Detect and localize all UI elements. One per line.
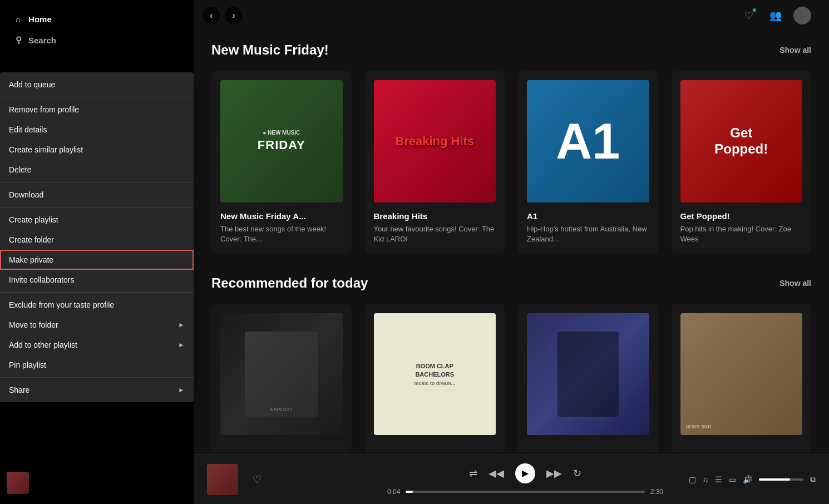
context-menu-invite-collaborators[interactable]: Invite collaborators	[0, 270, 194, 290]
next-icon: ▶▶	[546, 467, 562, 480]
playbar-center: ⇌ ◀◀ ▶ ▶▶ ↻ 0:04	[387, 463, 663, 496]
sidebar-library-thumb	[7, 472, 29, 494]
card-a1[interactable]: A1 A1 Hip-Hop's hottest from Australia, …	[518, 71, 658, 253]
section1-show-all[interactable]: Show all	[779, 46, 811, 55]
section2-title: Recommended for today	[211, 275, 368, 291]
card-get-popped-title: Get Popped!	[680, 211, 803, 221]
top-bar-right: ♡ 👥	[740, 7, 811, 24]
sidebar-item-search[interactable]: ⚲ Search	[9, 29, 185, 51]
back-button[interactable]: ‹	[203, 7, 220, 24]
card-rec-2[interactable]: BOOM CLAPBACHELORS music to dream...	[365, 304, 505, 453]
cards-row-2: EXPLICIT BOOM CLAPBACHELORS music to dre…	[211, 304, 811, 453]
card-breaking-hits-image: Breaking Hits	[374, 80, 496, 202]
delete-label: Delete	[9, 165, 31, 174]
card-rec-4[interactable]: orion sun	[672, 304, 812, 453]
avatar[interactable]	[793, 7, 811, 24]
context-menu-remove-from-profile[interactable]: Remove from profile	[0, 100, 194, 120]
card-nmf-desc: The best new songs of the week! Cover: T…	[220, 224, 343, 244]
next-button[interactable]: ▶▶	[546, 467, 562, 480]
sidebar-home-label: Home	[28, 14, 52, 24]
search-icon: ⚲	[16, 35, 22, 45]
play-pause-button[interactable]: ▶	[515, 463, 535, 483]
card-rec-3[interactable]	[518, 304, 658, 453]
section2-show-all[interactable]: Show all	[779, 279, 811, 288]
edit-details-label: Edit details	[9, 125, 47, 134]
now-playing-view-button[interactable]: ▢	[689, 475, 696, 484]
shuffle-button[interactable]: ⇌	[469, 467, 477, 480]
progress-bar-container: 0:04 2:30	[387, 488, 663, 496]
context-menu-delete[interactable]: Delete	[0, 160, 194, 180]
play-icon: ▶	[522, 468, 529, 478]
like-button[interactable]: ♡	[248, 471, 266, 488]
context-menu-create-folder[interactable]: Create folder	[0, 230, 194, 250]
forward-button[interactable]: ›	[225, 7, 243, 24]
notification-dot	[752, 8, 757, 12]
divider-1	[0, 97, 194, 97]
card-get-popped-desc: Pop hits in the making! Cover: Zoe Wees	[680, 224, 803, 244]
make-private-label: Make private	[9, 255, 53, 264]
divider-3	[0, 207, 194, 207]
move-to-folder-label: Move to folder	[9, 320, 58, 329]
top-bar: ‹ › ♡ 👥	[194, 0, 829, 31]
pin-playlist-label: Pin playlist	[9, 360, 46, 369]
friends-icon: 👥	[769, 9, 782, 22]
sidebar-library-item[interactable]	[0, 467, 194, 498]
time-current: 0:04	[387, 488, 400, 496]
sidebar-item-home[interactable]: ⌂ Home	[9, 9, 185, 29]
volume-bar[interactable]	[759, 478, 803, 481]
context-menu-share[interactable]: Share ►	[0, 380, 194, 400]
fullscreen-button[interactable]: ⧉	[810, 475, 816, 484]
card-rec-4-image: orion sun	[680, 313, 803, 436]
card-breaking-hits[interactable]: Breaking Hits Breaking Hits Your new fav…	[365, 71, 505, 253]
context-menu-download[interactable]: Download	[0, 185, 194, 205]
card-breaking-hits-title: Breaking Hits	[374, 211, 496, 221]
card-a1-title: A1	[527, 211, 649, 221]
section2-header: Recommended for today Show all	[211, 275, 811, 291]
notifications-button[interactable]: ♡	[740, 7, 758, 24]
divider-4	[0, 292, 194, 293]
volume-button[interactable]: 🔊	[743, 475, 752, 484]
context-menu: Add to queue Remove from profile Edit de…	[0, 72, 194, 402]
context-menu-create-similar-playlist[interactable]: Create similar playlist	[0, 140, 194, 160]
playbar-controls: ⇌ ◀◀ ▶ ▶▶ ↻	[469, 463, 581, 483]
card-a1-desc: Hip-Hop's hottest from Australia, New Ze…	[527, 224, 649, 244]
context-menu-move-to-folder[interactable]: Move to folder ►	[0, 315, 194, 335]
section1-header: New Music Friday! Show all	[211, 42, 811, 58]
time-total: 2:30	[650, 488, 663, 496]
context-menu-pin-playlist[interactable]: Pin playlist	[0, 355, 194, 375]
card-a1-image: A1	[527, 80, 649, 202]
lyrics-button[interactable]: ♫	[703, 475, 709, 484]
context-menu-make-private[interactable]: Make private	[0, 250, 194, 270]
card-rec-3-image	[527, 313, 649, 436]
exclude-taste-profile-label: Exclude from your taste profile	[9, 300, 114, 309]
context-menu-create-playlist[interactable]: Create playlist	[0, 210, 194, 230]
repeat-button[interactable]: ↻	[573, 467, 581, 480]
create-playlist-label: Create playlist	[9, 215, 58, 224]
card-nmf[interactable]: ● NEW MUSIC FRIDAY New Music Friday A...…	[211, 71, 352, 253]
card-rec-2-image: BOOM CLAPBACHELORS music to dream...	[374, 313, 496, 436]
playbar-right: ▢ ♫ ☰ ▭ 🔊 ⧉	[677, 475, 816, 484]
context-menu-edit-details[interactable]: Edit details	[0, 120, 194, 140]
add-to-queue-label: Add to queue	[9, 80, 55, 89]
card-get-popped[interactable]: GetPopped! Get Popped! Pop hits in the m…	[672, 71, 812, 253]
share-label: Share	[9, 386, 29, 394]
create-similar-playlist-label: Create similar playlist	[9, 145, 83, 154]
connect-button[interactable]: ▭	[729, 475, 736, 484]
card-rec-1-image: EXPLICIT	[220, 313, 343, 436]
section1-title: New Music Friday!	[211, 42, 329, 58]
bell-icon: ♡	[744, 9, 753, 22]
card-rec-1[interactable]: EXPLICIT	[211, 304, 352, 453]
create-folder-label: Create folder	[9, 235, 54, 244]
friends-button[interactable]: 👥	[767, 7, 784, 24]
context-menu-add-to-other-playlist[interactable]: Add to other playlist ►	[0, 335, 194, 355]
shuffle-icon: ⇌	[469, 467, 477, 480]
card-nmf-image: ● NEW MUSIC FRIDAY	[220, 80, 343, 202]
progress-bar[interactable]	[406, 491, 644, 493]
context-menu-exclude-taste-profile[interactable]: Exclude from your taste profile	[0, 295, 194, 315]
volume-fill	[759, 478, 790, 481]
previous-icon: ◀◀	[488, 467, 504, 480]
queue-button[interactable]: ☰	[715, 475, 722, 484]
context-menu-add-to-queue[interactable]: Add to queue	[0, 75, 194, 95]
remove-from-profile-label: Remove from profile	[9, 105, 79, 114]
previous-button[interactable]: ◀◀	[488, 467, 504, 480]
